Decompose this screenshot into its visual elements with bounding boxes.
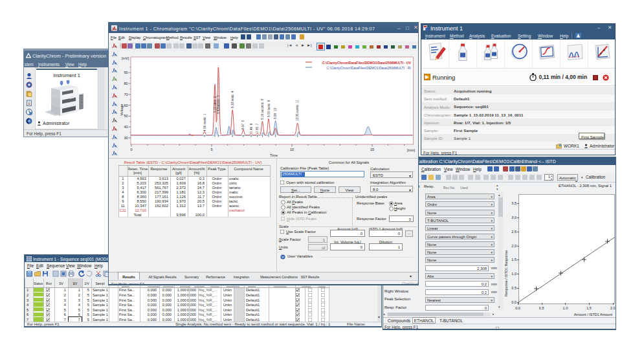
svg-text:90: 90 <box>124 71 128 74</box>
svg-text:70: 70 <box>124 93 128 96</box>
svg-text:10: 10 <box>290 148 294 151</box>
svg-text:5,20 citric 2: 5,20 citric 2 <box>214 96 217 113</box>
svg-text:30: 30 <box>124 136 128 140</box>
svg-text:50: 50 <box>124 114 128 118</box>
svg-text:60: 60 <box>124 104 128 107</box>
svg-text:6,30 malic 4: 6,30 malic 4 <box>231 91 234 108</box>
svg-text:8,55 lactic 9: 8,55 lactic 9 <box>267 100 271 117</box>
svg-text:0: 0 <box>130 148 132 151</box>
svg-text:Time: Time <box>270 153 278 157</box>
svg-text:5,42tartaric 3: 5,42tartaric 3 <box>217 95 220 114</box>
svg-text:7,46 6: 7,46 6 <box>250 123 253 133</box>
svg-text:[mV]: [mV] <box>122 56 129 60</box>
svg-text:8,98 10: 8,98 10 <box>274 108 277 119</box>
svg-text:10,35 acetic 11: 10,35 acetic 11 <box>296 100 299 121</box>
svg-text:C:\ClarityChrom\DataFiles\DEMO: C:\ClarityChrom\DataFiles\DEMO1\Data\250… <box>322 61 412 65</box>
svg-text:4,56 oxalic 1: 4,56 oxalic 1 <box>203 113 206 131</box>
svg-text:5: 5 <box>210 148 212 151</box>
svg-text:80: 80 <box>124 82 128 85</box>
svg-text:C:\ClarityChrom\DataFiles\DEMO: C:\ClarityChrom\DataFiles\DEMO1\Data\250… <box>327 66 412 70</box>
svg-text:7,85 7: 7,85 7 <box>256 123 259 133</box>
svg-text:8,16 succinic 8: 8,16 succinic 8 <box>261 98 264 120</box>
svg-text:40: 40 <box>124 125 128 129</box>
svg-text:Voltage: Voltage <box>120 104 124 116</box>
svg-text:6,97 5: 6,97 5 <box>241 120 245 129</box>
svg-text:[min]: [min] <box>407 148 415 152</box>
svg-text:15: 15 <box>370 148 374 151</box>
